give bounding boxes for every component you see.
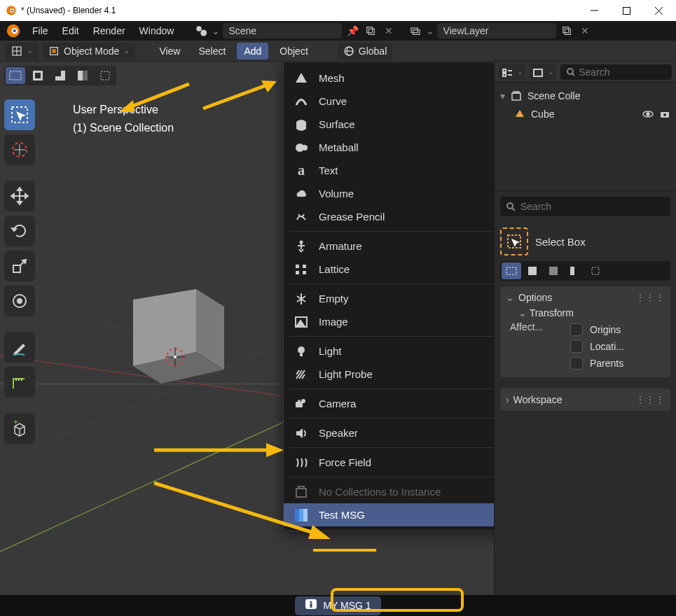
select-subtract-icon[interactable] <box>544 262 563 279</box>
maximize-button[interactable] <box>610 0 642 21</box>
copy-scene-icon[interactable] <box>363 23 378 38</box>
add-menu[interactable]: Add <box>237 43 268 59</box>
edit-menu[interactable]: Edit <box>57 22 85 39</box>
properties-search-input[interactable] <box>520 201 665 212</box>
select-box-tool[interactable] <box>4 99 35 130</box>
mode-dropdown[interactable]: Object Mode ⌄ <box>43 43 135 59</box>
transform-tool[interactable] <box>4 286 35 316</box>
file-menu[interactable]: File <box>27 22 54 39</box>
outliner-tree[interactable]: ▾ Scene Colle Cube <box>495 83 676 127</box>
cube-row[interactable]: Cube <box>500 105 670 123</box>
select-intersect-icon[interactable] <box>95 67 115 84</box>
select-extend-icon[interactable] <box>28 67 48 84</box>
blender-logo-icon <box>6 5 17 16</box>
select-subtract-icon[interactable] <box>50 67 70 84</box>
scene-collection-label: Scene Colle <box>527 90 581 102</box>
add-test-msg[interactable]: Test MSG <box>284 503 494 526</box>
svg-point-100 <box>647 113 649 115</box>
outliner-search[interactable] <box>560 64 672 80</box>
add-surface[interactable]: Surface▶ <box>284 113 494 136</box>
add-light-probe[interactable]: Light Probe▶ <box>284 363 494 386</box>
add-grease-pencil[interactable]: Grease Pencil▶ <box>284 205 494 228</box>
move-tool[interactable] <box>4 181 35 211</box>
scene-name-field[interactable]: Scene <box>223 23 342 38</box>
cube-mesh[interactable] <box>105 272 231 398</box>
add-lattice[interactable]: Lattice <box>284 258 494 281</box>
parents-checkbox[interactable]: Parents <box>558 355 665 372</box>
add-armature[interactable]: Armature▶ <box>284 234 494 258</box>
add-speaker[interactable]: Speaker <box>284 421 494 444</box>
svg-marker-44 <box>18 202 22 204</box>
pin-icon[interactable]: 📌 <box>345 23 360 38</box>
add-empty[interactable]: Empty▶ <box>284 287 494 310</box>
display-mode-dropdown[interactable]: ⌄ <box>530 64 556 80</box>
light-probe-icon <box>294 367 309 382</box>
camera-render-icon[interactable] <box>659 108 670 120</box>
drag-handle-icon[interactable]: ⋮⋮⋮ <box>635 292 665 303</box>
minimize-button[interactable] <box>578 0 610 21</box>
annotate-tool[interactable] <box>4 332 35 363</box>
eye-icon[interactable] <box>642 108 654 120</box>
force-field-icon <box>294 455 309 470</box>
viewlayer-field[interactable]: ViewLayer <box>437 23 556 38</box>
add-metaball[interactable]: Metaball▶ <box>284 136 494 159</box>
render-menu[interactable]: Render <box>88 22 131 39</box>
select-set-icon[interactable] <box>6 67 25 84</box>
viewport-3d[interactable]: User Perspective (1) Scene Collection + <box>0 62 494 595</box>
measure-tool[interactable] <box>4 367 35 398</box>
svg-rect-85 <box>298 486 304 489</box>
viewport-info: User Perspective (1) Scene Collection <box>73 101 174 136</box>
svg-rect-22 <box>52 49 55 52</box>
object-menu[interactable]: Object <box>273 43 315 59</box>
properties-search[interactable] <box>500 197 670 216</box>
annotation-underline <box>313 549 376 552</box>
add-mesh[interactable]: Mesh▶ <box>284 66 494 90</box>
select-set-icon[interactable] <box>502 262 521 279</box>
locations-checkbox[interactable]: Locati... <box>558 338 665 355</box>
add-cube-tool[interactable]: + <box>4 413 35 444</box>
svg-text:+: + <box>13 419 18 427</box>
cursor-tool[interactable] <box>4 134 35 165</box>
svg-marker-77 <box>297 321 304 326</box>
close-button[interactable] <box>642 0 675 21</box>
scene-browse-icon[interactable] <box>193 23 209 38</box>
add-light[interactable]: Light▶ <box>284 340 494 363</box>
add-text[interactable]: aText <box>284 159 494 182</box>
blender-icon[interactable] <box>6 23 21 38</box>
rotate-tool[interactable] <box>4 216 35 246</box>
add-camera[interactable]: Camera <box>284 392 494 415</box>
svg-point-52 <box>18 299 22 303</box>
view-menu[interactable]: View <box>152 43 187 59</box>
scene-collection-row[interactable]: ▾ Scene Colle <box>500 87 670 105</box>
toolbar: + <box>4 99 35 444</box>
outliner-search-input[interactable] <box>579 66 666 78</box>
svg-rect-71 <box>296 271 299 274</box>
svg-rect-110 <box>592 267 599 274</box>
delete-layer-icon[interactable]: ✕ <box>577 23 593 38</box>
add-curve[interactable]: Curve▶ <box>284 90 494 113</box>
add-volume[interactable]: Volume▶ <box>284 182 494 205</box>
drag-handle-icon[interactable]: ⋮⋮⋮ <box>635 394 665 405</box>
add-force-field[interactable]: Force Field▶ <box>284 451 494 474</box>
select-intersect-icon[interactable] <box>586 262 605 279</box>
origins-checkbox[interactable]: Origins <box>558 321 665 338</box>
editor-type-dropdown[interactable]: ⌄ <box>6 43 39 59</box>
select-invert-icon[interactable] <box>73 67 92 84</box>
window-menu[interactable]: Window <box>134 22 180 39</box>
scale-tool[interactable] <box>4 251 35 281</box>
orientation-dropdown[interactable]: Global <box>338 43 392 59</box>
svg-rect-12 <box>369 29 375 34</box>
add-image[interactable]: Image▶ <box>284 310 494 333</box>
delete-scene-icon[interactable]: ✕ <box>381 23 396 38</box>
options-header[interactable]: ⌄Options⋮⋮⋮ <box>506 292 665 303</box>
select-menu[interactable]: Select <box>191 43 233 59</box>
transform-header[interactable]: ⌄ Transform <box>506 307 665 318</box>
viewlayer-browse-icon[interactable] <box>408 23 423 38</box>
camera-icon <box>294 396 309 412</box>
outliner-type-dropdown[interactable]: ⌄ <box>499 64 525 80</box>
workspace-panel[interactable]: ›Workspace⋮⋮⋮ <box>500 388 670 411</box>
select-invert-icon[interactable] <box>565 262 584 279</box>
copy-layer-icon[interactable] <box>559 23 574 38</box>
svg-marker-61 <box>296 73 307 83</box>
select-extend-icon[interactable] <box>523 262 542 279</box>
